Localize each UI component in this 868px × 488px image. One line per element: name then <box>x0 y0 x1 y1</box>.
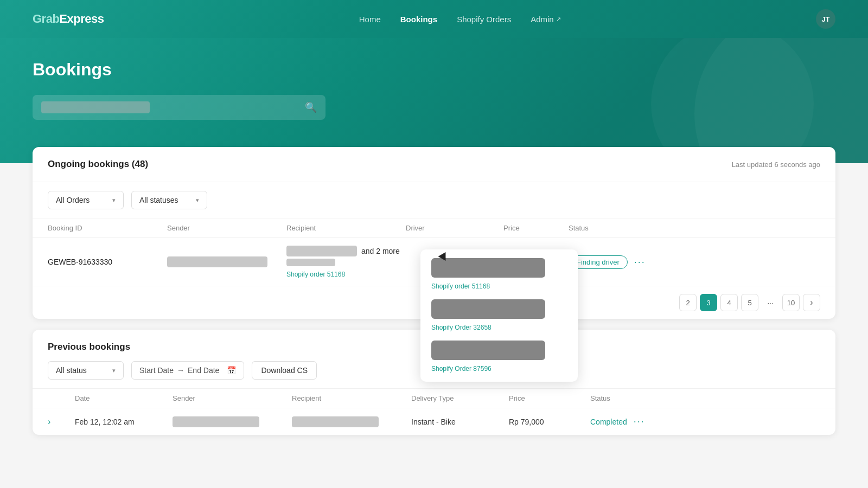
th-booking-id: Booking ID <box>48 224 167 232</box>
previous-table-header: Date Sender Recipient Delivery Type Pric… <box>33 388 835 408</box>
page-btn-5[interactable]: 5 <box>741 294 758 311</box>
ongoing-filters: All Orders ▾ All statuses ▾ <box>33 182 835 219</box>
recipient-sub-placeholder <box>286 259 335 266</box>
prev-sender-placeholder <box>173 416 259 427</box>
th-date: Date <box>75 394 173 402</box>
ongoing-card-header: Ongoing bookings (48) Last updated 6 sec… <box>33 147 835 182</box>
booking-id: GEWEB-91633330 <box>48 258 167 266</box>
nav-shopify-orders[interactable]: Shopify Orders <box>457 15 511 24</box>
row-delivery-type: Instant - Bike <box>411 418 509 426</box>
shopify-order-link[interactable]: Shopify order 51168 <box>286 271 406 278</box>
header: GrabExpress Home Bookings Shopify Orders… <box>0 0 868 38</box>
tooltip-item-2: Shopify Order 32658 <box>431 299 567 332</box>
completed-status-label: Completed <box>590 418 627 426</box>
date-range-picker[interactable]: Start Date → End Date 📅 <box>131 361 244 380</box>
page-btn-3[interactable]: 3 <box>700 294 717 311</box>
all-statuses-filter[interactable]: All statuses ▾ <box>131 191 207 209</box>
page-dots: ··· <box>762 294 779 311</box>
driver-placeholder-2 <box>431 299 545 319</box>
shopify-tooltip-link-2[interactable]: Shopify Order 32658 <box>431 324 492 331</box>
nav: Home Bookings Shopify Orders Admin ↗ <box>359 15 561 24</box>
th-prev-sender: Sender <box>173 394 292 402</box>
shopify-tooltip-link-1[interactable]: Shopify order 51168 <box>431 282 490 290</box>
search-bar[interactable]: 🔍 <box>33 95 326 120</box>
row-date: Feb 12, 12:02 am <box>75 418 173 426</box>
sender-placeholder <box>167 256 267 267</box>
th-prev-recipient: Recipient <box>292 394 411 402</box>
last-updated: Last updated 6 seconds ago <box>732 160 820 169</box>
chevron-down-icon: ▾ <box>112 197 116 204</box>
driver-placeholder-1 <box>431 258 545 278</box>
prev-recipient-cell <box>292 416 411 427</box>
th-expand <box>48 394 75 402</box>
page-btn-2[interactable]: 2 <box>679 294 697 311</box>
logo: GrabExpress <box>33 12 104 26</box>
chevron-down-icon: ▾ <box>196 197 199 204</box>
prev-sender-cell <box>173 416 292 427</box>
and-more-label: and 2 more <box>361 247 400 255</box>
th-sender: Sender <box>167 224 286 232</box>
calendar-icon: 📅 <box>227 366 236 375</box>
th-delivery-type: Delivery Type <box>411 394 509 402</box>
search-input-placeholder <box>41 101 150 113</box>
sender-cell <box>167 256 286 267</box>
ongoing-title: Ongoing bookings (48) <box>48 159 148 170</box>
all-status-filter[interactable]: All status ▾ <box>48 361 124 380</box>
row-expand-icon[interactable]: › <box>48 417 75 427</box>
nav-home[interactable]: Home <box>359 15 381 24</box>
more-actions-button[interactable]: ··· <box>634 256 646 268</box>
page-next-button[interactable]: › <box>803 294 820 311</box>
th-prev-status: Status <box>590 394 677 402</box>
page-title: Bookings <box>33 60 835 80</box>
page-btn-10[interactable]: 10 <box>782 294 800 311</box>
download-csv-button[interactable]: Download CS <box>252 361 317 380</box>
avatar[interactable]: JT <box>816 9 835 29</box>
hero-section: Bookings 🔍 <box>0 38 868 163</box>
th-prev-price: Price <box>509 394 590 402</box>
nav-bookings[interactable]: Bookings <box>400 15 437 24</box>
recipient-placeholder <box>286 246 357 256</box>
prev-more-actions-button[interactable]: ··· <box>634 416 645 427</box>
th-price: Price <box>503 224 569 232</box>
logo-grab: Grab <box>33 12 59 25</box>
driver-tooltip: Shopify order 51168 Shopify Order 32658 … <box>420 249 578 382</box>
tooltip-item-3: Shopify Order 87596 <box>431 341 567 373</box>
external-link-icon: ↗ <box>556 16 561 23</box>
recipient-cell: and 2 more Shopify order 51168 <box>286 246 406 278</box>
status-cell: Finding driver ··· <box>569 255 666 269</box>
arrow-icon: → <box>177 366 184 375</box>
th-recipient: Recipient <box>286 224 406 232</box>
all-orders-filter[interactable]: All Orders ▾ <box>48 191 124 209</box>
th-status: Status <box>569 224 666 232</box>
page-btn-4[interactable]: 4 <box>720 294 738 311</box>
prev-status-cell: Completed ··· <box>590 416 677 427</box>
nav-admin[interactable]: Admin ↗ <box>531 15 561 24</box>
row-price: Rp 79,000 <box>509 418 590 426</box>
tooltip-item-1: Shopify order 51168 <box>431 258 567 291</box>
driver-placeholder-3 <box>431 341 545 360</box>
ongoing-table-header: Booking ID Sender Recipient Driver Price… <box>33 219 835 238</box>
prev-recipient-placeholder <box>292 416 379 427</box>
chevron-down-icon: ▾ <box>112 367 116 374</box>
previous-table-row: › Feb 12, 12:02 am Instant - Bike Rp 79,… <box>33 408 835 435</box>
shopify-tooltip-link-3[interactable]: Shopify Order 87596 <box>431 365 492 373</box>
search-icon[interactable]: 🔍 <box>305 101 317 113</box>
logo-express: Express <box>59 12 104 25</box>
th-driver: Driver <box>406 224 503 232</box>
